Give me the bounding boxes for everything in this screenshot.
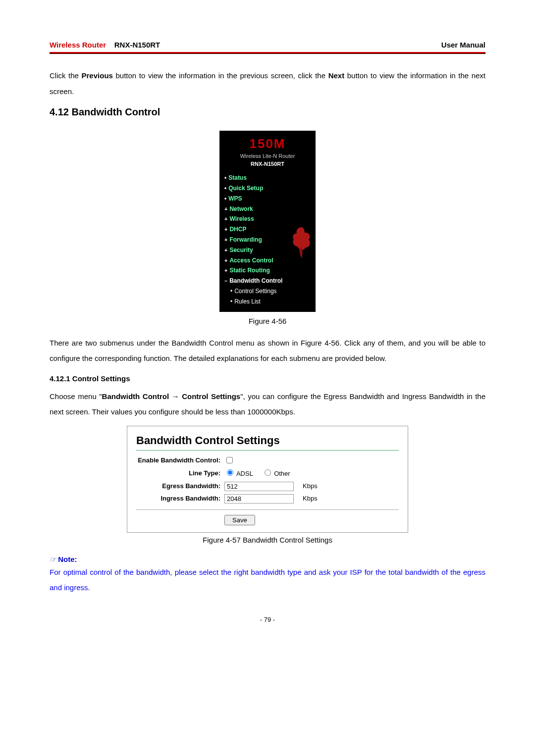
nav-item-staticrouting[interactable]: Static Routing	[224, 265, 316, 276]
egress-unit: Kbps	[303, 482, 318, 491]
router-logo: 150M	[219, 135, 316, 152]
nav-sub-ruleslist[interactable]: Rules List	[230, 297, 316, 307]
header-left: Wireless Router RNX-N150RT	[50, 40, 160, 50]
nav-item-wireless[interactable]: Wireless	[224, 214, 316, 224]
nav-item-network[interactable]: Network	[224, 204, 316, 214]
ingress-label: Ingress Bandwidth:	[136, 494, 224, 503]
radio-adsl[interactable]	[227, 469, 233, 476]
router-subtitle-2: RNX-N150RT	[219, 160, 316, 168]
page-header: Wireless Router RNX-N150RT User Manual	[50, 40, 485, 50]
enable-label: Enable Bandwidth Control:	[136, 456, 224, 465]
header-right: User Manual	[441, 40, 485, 50]
nav-item-bandwidth[interactable]: Bandwidth Control	[224, 276, 316, 286]
page-number: - 79 -	[50, 615, 485, 624]
panel-divider-top	[136, 450, 399, 451]
intro-paragraph: Click the Previous button to view the in…	[50, 68, 485, 99]
rose-icon	[289, 225, 314, 259]
submenu-paragraph: There are two submenus under the Bandwid…	[50, 335, 485, 366]
figure-56-caption: Figure 4-56	[50, 316, 485, 326]
nav-item-wps[interactable]: WPS	[224, 194, 316, 204]
linetype-radios: ADSL Other	[224, 468, 297, 478]
nav-sub-controlsettings[interactable]: Control Settings	[230, 286, 316, 297]
nav-item-quicksetup[interactable]: Quick Setup	[224, 183, 316, 194]
radio-adsl-wrap[interactable]: ADSL	[224, 470, 253, 477]
note-pointer-icon: ☞	[50, 555, 56, 563]
ingress-unit: Kbps	[303, 494, 318, 503]
control-settings-paragraph: Choose menu "Bandwidth Control → Control…	[50, 389, 485, 420]
nav-sublist: Control Settings Rules List	[219, 286, 316, 307]
ingress-input[interactable]	[224, 494, 294, 504]
header-divider	[50, 52, 485, 54]
note-text: For optimal control of the bandwidth, pl…	[50, 564, 485, 596]
egress-label: Egress Bandwidth:	[136, 482, 224, 491]
router-nav-menu: 150M Wireless Lite-N Router RNX-N150RT S…	[219, 131, 316, 312]
panel-title: Bandwidth Control Settings	[136, 433, 399, 449]
router-subtitle-1: Wireless Lite-N Router	[219, 152, 316, 160]
figure-57-caption: Figure 4-57 Bandwidth Control Settings	[50, 535, 485, 545]
panel-divider-bottom	[136, 509, 399, 510]
radio-other-wrap[interactable]: Other	[262, 470, 290, 477]
enable-checkbox[interactable]	[226, 457, 233, 463]
subsection-heading: 4.12.1 Control Settings	[50, 373, 485, 384]
product-type: Wireless Router	[50, 41, 106, 49]
radio-other[interactable]	[265, 469, 271, 476]
product-model	[108, 41, 114, 49]
egress-input[interactable]	[224, 482, 294, 491]
save-button[interactable]: Save	[224, 515, 255, 525]
note-label: Note:	[58, 555, 77, 563]
section-heading: 4.12 Bandwidth Control	[50, 105, 485, 119]
note-heading: ☞ Note:	[50, 554, 485, 564]
product-model-text: RNX-N150RT	[114, 41, 160, 49]
nav-item-status[interactable]: Status	[224, 173, 316, 183]
bandwidth-settings-panel: Bandwidth Control Settings Enable Bandwi…	[127, 426, 408, 533]
linetype-label: Line Type:	[136, 469, 224, 478]
